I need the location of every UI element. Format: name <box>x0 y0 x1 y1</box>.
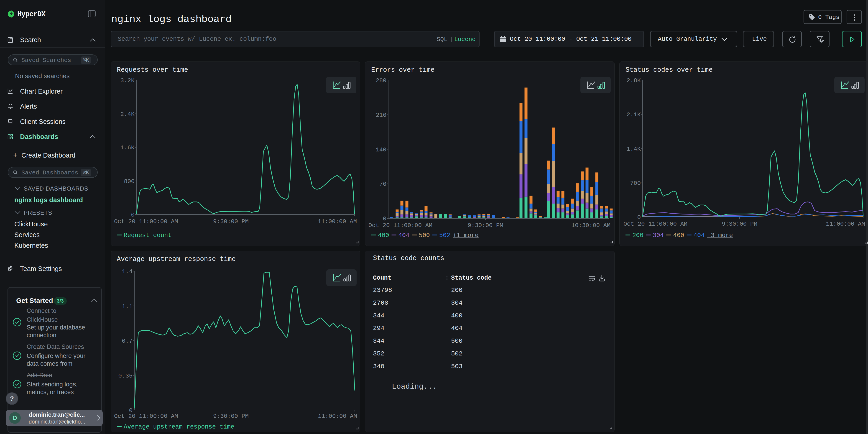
svg-text:1.1: 1.1 <box>122 303 132 310</box>
svg-text:70: 70 <box>379 181 386 188</box>
svg-text:Average upstream response time: Average upstream response time <box>124 424 234 430</box>
svg-text:11:00:00 AM: 11:00:00 AM <box>826 221 865 227</box>
svg-text:9:30:00 PM: 9:30:00 PM <box>468 222 503 229</box>
svg-text:200: 200 <box>632 232 644 239</box>
svg-text:9:30:00 PM: 9:30:00 PM <box>213 413 249 420</box>
svg-text:Oct 20 11:00:00 AM: Oct 20 11:00:00 AM <box>368 222 432 229</box>
svg-text:11:00:00 AM: 11:00:00 AM <box>318 218 357 225</box>
svg-text:Oct 20 11:00:00 AM: Oct 20 11:00:00 AM <box>114 218 178 225</box>
svg-text:Oct 20 11:00:00 AM: Oct 20 11:00:00 AM <box>623 221 687 227</box>
svg-text:0: 0 <box>131 212 134 218</box>
svg-text:9:30:00 PM: 9:30:00 PM <box>213 218 249 225</box>
svg-text:0.7: 0.7 <box>122 338 132 344</box>
svg-text:800: 800 <box>124 178 134 185</box>
svg-text:140: 140 <box>376 147 386 153</box>
svg-text:0.35: 0.35 <box>118 373 132 379</box>
svg-text:1.4K: 1.4K <box>627 146 641 153</box>
svg-text:400: 400 <box>673 232 684 239</box>
svg-text:500: 500 <box>419 232 430 239</box>
svg-text:404: 404 <box>693 232 705 239</box>
svg-text:400: 400 <box>378 232 389 239</box>
svg-text:9:30:00 PM: 9:30:00 PM <box>722 221 757 227</box>
svg-text:Average upstream response time: Average upstream response time <box>117 255 236 263</box>
svg-text:502: 502 <box>439 232 451 239</box>
svg-text:Oct 20 11:00:00 AM: Oct 20 11:00:00 AM <box>114 413 178 420</box>
svg-text:3.2K: 3.2K <box>120 77 135 84</box>
svg-text:2.1K: 2.1K <box>627 111 641 118</box>
svg-text:280: 280 <box>376 77 386 84</box>
svg-text:1.6K: 1.6K <box>120 144 135 151</box>
svg-text:+3 more: +3 more <box>707 232 733 239</box>
svg-text:11:00:00 AM: 11:00:00 AM <box>318 413 357 420</box>
svg-text:404: 404 <box>399 232 410 239</box>
svg-text:+1 more: +1 more <box>453 232 478 239</box>
svg-text:0: 0 <box>637 214 641 221</box>
svg-text:Request count: Request count <box>124 232 172 239</box>
svg-text:700: 700 <box>630 180 641 187</box>
svg-text:1.4: 1.4 <box>122 268 132 275</box>
svg-text:Status codes over time: Status codes over time <box>625 66 713 74</box>
svg-text:Requests over time: Requests over time <box>117 66 188 74</box>
svg-text:210: 210 <box>376 112 386 119</box>
svg-text:Errors over time: Errors over time <box>371 66 434 74</box>
svg-text:2.4K: 2.4K <box>120 111 135 118</box>
svg-text:0: 0 <box>383 215 386 222</box>
svg-text:304: 304 <box>653 232 664 239</box>
svg-text:2.8K: 2.8K <box>627 77 641 84</box>
svg-text:10:30:00 AM: 10:30:00 AM <box>571 222 611 229</box>
